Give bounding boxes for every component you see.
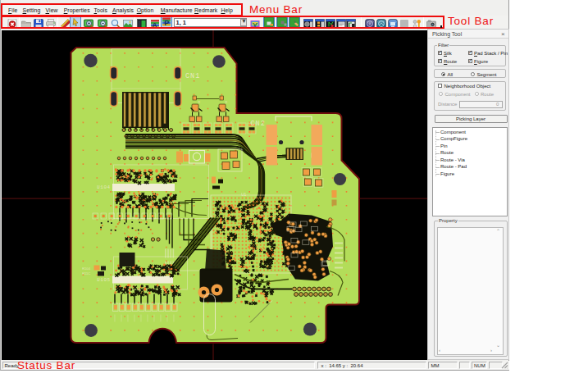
svg-text:R: R <box>226 100 228 103</box>
svg-text:R11C: R11C <box>82 271 90 275</box>
svg-text:CN1: CN1 <box>185 71 200 80</box>
svg-text:U105: U105 <box>97 277 111 283</box>
svg-text:U1: U1 <box>241 191 247 196</box>
svg-text:R104: R104 <box>82 266 91 270</box>
svg-text:CN2: CN2 <box>251 120 266 128</box>
svg-text:U104: U104 <box>97 184 111 190</box>
svg-text:R: R <box>198 100 201 103</box>
